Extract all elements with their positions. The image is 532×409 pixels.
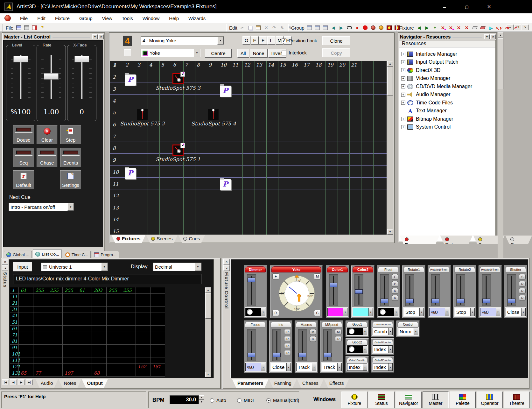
menu-item-help[interactable]: Help: [164, 14, 184, 22]
fader-track[interactable]: [272, 329, 281, 361]
fader-handle[interactable]: [431, 299, 439, 303]
position-lock-checkbox[interactable]: Position Lock: [282, 38, 317, 43]
panel-collapse-icon[interactable]: ◂: [223, 265, 230, 271]
panel-grip[interactable]: [52, 36, 90, 38]
scrollbar-thumb[interactable]: [387, 67, 393, 95]
fader-value-rotate2finein[interactable]: %0▼: [480, 308, 500, 316]
tab-chases[interactable]: Chases: [297, 379, 324, 388]
fixture-studiospot-575-3[interactable]: ➤: [172, 73, 184, 84]
step-button[interactable]: Step: [60, 125, 81, 144]
chevron-down-icon[interactable]: ▼: [496, 308, 500, 316]
side-button-r[interactable]: R: [284, 350, 291, 356]
fader-track[interactable]: [456, 274, 465, 306]
side-button-r[interactable]: R: [310, 336, 316, 342]
chevron-down-icon[interactable]: ▼: [261, 363, 265, 371]
all-button[interactable]: All: [237, 49, 249, 58]
fixture-studiospot-575-1[interactable]: ➤: [172, 145, 184, 156]
expand-icon[interactable]: +: [401, 101, 405, 105]
fader-track[interactable]: [354, 274, 363, 306]
bpm-up-icon[interactable]: ▲: [199, 395, 204, 400]
parameter-select[interactable]: Yoke ▼: [141, 49, 200, 57]
fader-track[interactable]: [323, 329, 332, 361]
app-menu-icon[interactable]: [4, 15, 11, 21]
tree-item-system-control[interactable]: +System Control: [401, 123, 451, 131]
theatre-window-button[interactable]: Theatre: [504, 391, 530, 408]
expand-icon[interactable]: +: [401, 52, 405, 56]
fader-handle[interactable]: [508, 299, 515, 303]
tab-cues[interactable]: Cues: [178, 235, 205, 243]
menu-item-fixture[interactable]: Fixture: [50, 14, 74, 22]
palette-window-button[interactable]: Palette: [450, 391, 476, 408]
panel-close-icon[interactable]: ✕: [223, 259, 230, 265]
seq-button[interactable]: Seq: [13, 148, 34, 167]
side-button-r[interactable]: R: [284, 343, 291, 349]
radio-auto[interactable]: Auto: [210, 398, 226, 403]
panel-dropdown-icon[interactable]: ▼: [92, 34, 98, 39]
operator-window-button[interactable]: Operator: [477, 391, 503, 408]
fader-handle[interactable]: [406, 299, 414, 303]
tab-cues[interactable]: Cues: [505, 236, 532, 244]
navigator-window-button[interactable]: Navigator: [396, 391, 422, 408]
fader-handle[interactable]: [330, 283, 337, 287]
close-button[interactable]: ✕: [482, 0, 496, 13]
side-button-f[interactable]: F: [392, 274, 398, 280]
fader-track[interactable]: [247, 329, 256, 361]
letter-button-l3[interactable]: L: [267, 36, 275, 45]
menu-item-edit[interactable]: Edit: [32, 14, 50, 22]
fixture-folder[interactable]: P: [220, 86, 231, 97]
fader-handle[interactable]: [273, 353, 281, 357]
tab-parameters[interactable]: Parameters: [232, 379, 269, 388]
master-tab-3[interactable]: Progra...: [92, 251, 119, 258]
scrollbar-thumb[interactable]: [498, 38, 503, 89]
chevron-down-icon[interactable]: ▼: [337, 363, 341, 371]
scroll-up-icon[interactable]: ▲: [387, 61, 393, 67]
tree-item-video-manager[interactable]: +Video Manager: [401, 74, 450, 82]
events-button[interactable]: Events: [60, 148, 81, 167]
tree-item-text-manager[interactable]: AText Manager: [401, 107, 447, 115]
fader-handle[interactable]: [482, 299, 490, 303]
fixture-folder[interactable]: P: [125, 168, 136, 179]
tree-item-input-output-patch[interactable]: +Input Output Patch: [401, 58, 458, 66]
settings-button[interactable]: Settings: [60, 170, 81, 189]
fader-value-dimmer[interactable]: ▼: [245, 308, 265, 316]
menu-item-group[interactable]: Group: [74, 14, 97, 22]
select-value-control[interactable]: Norm▼: [398, 328, 418, 335]
letter-button-o0[interactable]: O: [242, 36, 250, 45]
fixture-grid[interactable]: 1234567891011121314151617181920211234567…: [110, 61, 387, 235]
tab-fixtures[interactable]: Fixtures: [440, 236, 472, 244]
slider-handle-x-fade[interactable]: [74, 56, 89, 62]
fader-value-focus[interactable]: %0▼: [245, 363, 265, 371]
tree-item-cd-dvd-media-manager[interactable]: +CD/DVD Media Manager: [401, 82, 472, 90]
expand-icon[interactable]: +: [401, 84, 405, 88]
scroll-down-icon[interactable]: ▼: [205, 372, 211, 377]
clone-button[interactable]: Clone: [322, 36, 350, 45]
interlock-checkbox[interactable]: Interlock: [282, 50, 307, 55]
master-window-button[interactable]: Master: [423, 391, 449, 408]
menu-item-tools[interactable]: Tools: [117, 14, 138, 22]
fader-handle[interactable]: [355, 289, 363, 294]
side-button-p[interactable]: P: [392, 281, 398, 287]
mdi-close-icon[interactable]: ✕: [522, 25, 529, 30]
chevron-down-icon[interactable]: ▼: [470, 308, 474, 316]
expand-icon[interactable]: +: [401, 117, 405, 121]
expand-icon[interactable]: +: [401, 76, 405, 81]
group-colour-button[interactable]: [124, 49, 131, 56]
dmx-scrollbar[interactable]: ▲ ▼: [205, 287, 211, 377]
scrollbar-thumb[interactable]: [205, 293, 211, 319]
select-value-color2functio[interactable]: Comb▼: [373, 328, 393, 335]
fader-handle[interactable]: [381, 299, 388, 303]
display-select[interactable]: Decimal ▼: [153, 263, 201, 271]
fader-track[interactable]: [329, 274, 338, 306]
last-page-icon[interactable]: ▶|: [26, 379, 33, 385]
chevron-down-icon[interactable]: ▼: [286, 363, 290, 371]
panel-close-icon[interactable]: ✕: [2, 259, 8, 265]
copy-button[interactable]: Copy: [322, 48, 350, 57]
side-button-r[interactable]: R: [519, 295, 526, 301]
menu-item-view[interactable]: View: [97, 14, 117, 22]
select-value-color1functio[interactable]: Index▼: [347, 363, 367, 371]
select-value-gobo1[interactable]: ▼: [347, 328, 367, 335]
fader-value-shutter[interactable]: Close▼: [506, 308, 526, 316]
expand-icon[interactable]: +: [401, 93, 405, 97]
panel-dropdown-icon[interactable]: ▼: [484, 34, 490, 39]
master-tab-1[interactable]: List Co...: [33, 249, 62, 258]
